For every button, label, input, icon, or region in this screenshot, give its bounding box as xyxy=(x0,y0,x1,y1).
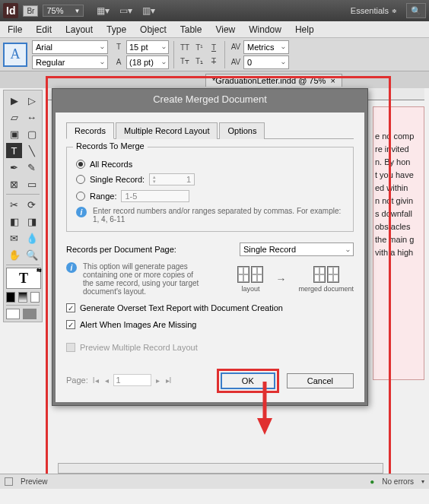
svg-marker-1 xyxy=(257,418,272,435)
info-icon: i xyxy=(76,207,87,217)
radio-range[interactable] xyxy=(76,192,85,201)
arrange-icon[interactable]: ▥▾ xyxy=(140,5,157,17)
menu-type[interactable]: Type xyxy=(106,24,126,35)
bottom-ruler xyxy=(58,463,383,474)
content-collector-tool[interactable]: ▣ xyxy=(6,126,22,141)
preview-label: Preview xyxy=(21,477,48,486)
apply-color[interactable] xyxy=(6,292,15,303)
tools-panel: ▶▷ ▱↔ ▣▢ T╲ ✒✎ ⊠▭ ✂⟳ ◧◨ ✉💧 ✋🔍 T⇆ xyxy=(3,90,43,322)
menu-bar: File Edit Layout Type Object Table View … xyxy=(0,21,429,38)
font-size-input[interactable]: 15 pt⌵ xyxy=(126,40,169,54)
apply-gradient[interactable] xyxy=(18,292,27,303)
radio-single-label: Single Record: xyxy=(90,175,145,184)
cancel-button[interactable]: Cancel xyxy=(287,373,354,388)
font-family-select[interactable]: Arial⌵ xyxy=(32,40,108,54)
menu-object[interactable]: Object xyxy=(140,24,167,35)
records-per-page-select[interactable]: Single Record⌵ xyxy=(240,242,354,256)
radio-single-record[interactable] xyxy=(76,175,85,184)
allcaps-icon[interactable]: TT xyxy=(179,42,191,54)
document-text-fragment: e no compre invitedn. By hon t you havee… xyxy=(373,106,424,380)
font-style-select[interactable]: Regular⌵ xyxy=(32,55,108,69)
close-tab-icon[interactable]: × xyxy=(330,76,335,85)
superscript-icon[interactable]: T¹ xyxy=(193,42,205,54)
zoom-tool[interactable]: 🔍 xyxy=(24,247,40,262)
kerning-icon: AV xyxy=(230,41,242,53)
radio-all-records[interactable] xyxy=(76,160,85,169)
gradient-feather-tool[interactable]: ◨ xyxy=(24,214,40,229)
first-page-icon[interactable]: I◂ xyxy=(91,376,100,385)
free-transform-tool[interactable]: ⟳ xyxy=(24,197,40,212)
view-options-icon[interactable]: ▦▾ xyxy=(94,5,111,17)
menu-help[interactable]: Help xyxy=(295,24,314,35)
menu-view[interactable]: View xyxy=(215,24,235,35)
pencil-tool[interactable]: ✎ xyxy=(24,160,40,175)
tab-multiple-record-layout[interactable]: Multiple Record Layout xyxy=(116,122,218,139)
page-number-input[interactable] xyxy=(113,374,151,386)
ok-button[interactable]: OK xyxy=(221,372,275,389)
apply-none[interactable] xyxy=(30,292,40,303)
selection-tool[interactable]: ▶ xyxy=(6,93,22,108)
checkbox-preview-layout xyxy=(66,343,75,352)
type-tool[interactable]: T xyxy=(6,143,22,158)
last-page-icon[interactable]: ▸I xyxy=(164,376,173,385)
strike-icon[interactable]: T xyxy=(208,55,220,68)
app-logo: Id xyxy=(3,3,18,18)
smallcaps-icon[interactable]: Tᴛ xyxy=(179,55,191,68)
tab-records[interactable]: Records xyxy=(66,122,114,139)
scissors-tool[interactable]: ✂ xyxy=(6,197,22,212)
next-page-icon[interactable]: ▸ xyxy=(154,376,161,385)
records-to-merge-group: Records To Merge All Records Single Reco… xyxy=(66,147,354,232)
checkbox-alert-images[interactable] xyxy=(66,320,75,329)
page-navigator: Page: I◂ ◂ ▸ ▸I xyxy=(66,374,173,386)
menu-window[interactable]: Window xyxy=(249,24,281,35)
leading-input[interactable]: (18 pt)⌵ xyxy=(126,55,169,69)
app-bar: Id Br 75%▼ ▦▾ ▭▾ ▥▾ Essentials≑ 🔍 xyxy=(0,0,429,21)
subscript-icon[interactable]: T₁ xyxy=(193,55,205,68)
single-record-stepper[interactable]: ▴▾1 xyxy=(149,173,195,185)
create-merged-document-dialog: Create Merged Document Records Multiple … xyxy=(52,88,368,406)
direct-selection-tool[interactable]: ▷ xyxy=(24,93,40,108)
zoom-select[interactable]: 75%▼ xyxy=(43,5,84,17)
screen-mode-icon[interactable]: ▭▾ xyxy=(117,5,134,17)
font-size-icon: T xyxy=(113,41,125,53)
document-tab-bar: *GraduationLetter.indd @ 75% × xyxy=(0,71,429,88)
page-tool[interactable]: ▱ xyxy=(6,109,22,125)
preview-mode[interactable] xyxy=(23,309,37,319)
tab-options[interactable]: Options xyxy=(219,122,265,139)
dialog-title: Create Merged Document xyxy=(52,89,367,109)
document-tab[interactable]: *GraduationLetter.indd @ 75% × xyxy=(205,74,342,87)
gap-tool[interactable]: ↔ xyxy=(24,109,40,125)
fill-stroke-swatch[interactable]: T⇆ xyxy=(6,268,41,289)
underline-icon[interactable]: T xyxy=(208,42,220,54)
range-input[interactable]: 1-5 xyxy=(121,190,189,202)
normal-mode[interactable] xyxy=(6,309,20,319)
note-tool[interactable]: ✉ xyxy=(6,230,22,246)
content-placer-tool[interactable]: ▢ xyxy=(24,126,40,141)
kerning-select[interactable]: Metrics⌵ xyxy=(243,40,289,54)
rpp-hint-text: This option will generate pages containi… xyxy=(83,262,203,296)
tracking-select[interactable]: 0⌵ xyxy=(243,55,289,69)
line-tool[interactable]: ╲ xyxy=(24,143,40,158)
menu-layout[interactable]: Layout xyxy=(65,24,93,35)
menu-file[interactable]: File xyxy=(8,24,22,35)
bridge-badge[interactable]: Br xyxy=(23,5,38,17)
rectangle-tool[interactable]: ▭ xyxy=(24,176,40,192)
preview-checkbox[interactable] xyxy=(5,477,13,486)
character-formatting-icon[interactable]: A xyxy=(3,43,27,67)
radio-range-label: Range: xyxy=(90,192,116,201)
rectangle-frame-tool[interactable]: ⊠ xyxy=(6,176,22,192)
leading-icon: A xyxy=(113,56,125,68)
workspace-switcher[interactable]: Essentials≑ xyxy=(351,6,397,15)
arrow-right-icon: → xyxy=(275,273,286,285)
pen-tool[interactable]: ✒ xyxy=(6,160,22,175)
gradient-swatch-tool[interactable]: ◧ xyxy=(6,214,22,229)
checkbox-overset-report[interactable] xyxy=(66,303,75,312)
eyedropper-tool[interactable]: 💧 xyxy=(24,230,40,246)
checkbox-overset-label: Generate Overset Text Report with Docume… xyxy=(80,303,283,312)
menu-table[interactable]: Table xyxy=(180,24,202,35)
hand-tool[interactable]: ✋ xyxy=(6,247,22,262)
prev-page-icon[interactable]: ◂ xyxy=(103,376,110,385)
search-icon[interactable]: 🔍 xyxy=(406,3,426,18)
menu-edit[interactable]: Edit xyxy=(36,24,52,35)
ok-button-highlight: OK xyxy=(217,369,279,393)
